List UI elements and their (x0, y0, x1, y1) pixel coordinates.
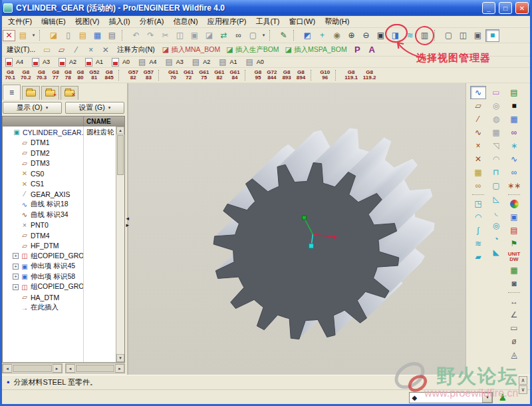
csys-tool[interactable]: ∞ (470, 179, 486, 192)
shaded-icon[interactable]: ■ (485, 29, 499, 42)
hole-tool[interactable]: ◎ (488, 219, 504, 232)
pattern-stars-icon[interactable]: ∗∗ (506, 179, 522, 192)
pdf-a2-button[interactable]: A2 (56, 57, 82, 67)
menu-item[interactable]: 窗口(W) (285, 16, 319, 27)
tree-item-datum[interactable]: ▱DTM3 (3, 158, 83, 169)
mirror-tool[interactable]: ◠ (488, 152, 504, 166)
menu-item[interactable]: 分析(A) (136, 16, 168, 27)
scroll-right-icon[interactable]: ▸ (115, 364, 124, 373)
sketched-curve-tool[interactable]: ∿ (470, 126, 486, 139)
p-edit-icon[interactable]: P (350, 43, 364, 56)
measure-distance-icon[interactable]: ↔ (506, 295, 522, 308)
draft-tool[interactable]: ◺ (488, 192, 504, 206)
balloon-icon[interactable]: ▱ (55, 43, 68, 56)
open-file-icon[interactable]: ▤ (76, 29, 90, 42)
std-part-button[interactable]: G8845 (102, 70, 116, 81)
std-part-button[interactable]: G1096 (318, 70, 332, 81)
unit-dw-icon[interactable]: UNITDW (506, 250, 522, 264)
mapkey-icon[interactable]: ▦ (506, 264, 522, 277)
tree-item-point[interactable]: ×PNT0 (3, 220, 83, 231)
std-part-button[interactable]: G895 (252, 70, 264, 81)
set-directory-icon[interactable]: ◪ (47, 29, 61, 42)
pdf-a0-button[interactable]: A0 (109, 57, 135, 67)
expand-icon[interactable] (13, 264, 19, 270)
scroll-up-icon[interactable]: ▴ (116, 126, 124, 134)
history-tab[interactable]: ✕ (61, 86, 78, 100)
measure-area-icon[interactable]: ▭ (506, 321, 522, 335)
measure-diameter-icon[interactable]: ø (506, 335, 522, 348)
lock-icon[interactable]: ◙ (506, 277, 522, 290)
std-part-button[interactable]: G8894 (294, 70, 307, 81)
round-tool[interactable]: ◔ (488, 232, 504, 246)
tree-item-protrusion[interactable]: ▣伸出项 标识45 (3, 262, 83, 272)
sweep-tool[interactable]: ∫ (470, 224, 486, 237)
knot-icon[interactable]: ∗ (506, 139, 522, 152)
print-a0-button[interactable]: ▤A0 (243, 57, 269, 67)
std-part-button[interactable]: G8893 (280, 70, 293, 81)
datum-point-tool[interactable]: × (470, 139, 486, 152)
centerline-icon[interactable]: ⁄ (69, 43, 83, 56)
a-edit-icon[interactable]: A (365, 43, 379, 56)
appearance-gallery-icon[interactable]: ● (506, 197, 522, 210)
tree-item-insert-here[interactable]: →在此插入 (3, 303, 83, 313)
select-dropdown[interactable]: ▾ (261, 33, 267, 38)
save-icon[interactable]: ▦ (90, 29, 104, 42)
std-part-button[interactable]: G6172 (182, 70, 196, 81)
menu-item[interactable]: 文件(F) (4, 16, 36, 27)
pdf-a1-button[interactable]: A1 (82, 57, 108, 67)
tree-item-group[interactable]: ◫组COPIED_GROUP (3, 251, 83, 262)
tree-item-curve[interactable]: ∿曲线 标识18 (3, 200, 83, 210)
tree-item-group[interactable]: ◫组COPIED_GROUP_1 (3, 282, 83, 293)
model-tree-tab[interactable]: ≡ (3, 85, 21, 100)
corner-tool[interactable]: ◹ (488, 139, 504, 152)
select-box-icon[interactable]: ▢ (246, 29, 260, 42)
std-part-button[interactable]: G6170 (166, 70, 180, 81)
std-part-button[interactable]: G870.1 (3, 70, 18, 81)
use-surface-tool[interactable]: ◎ (488, 99, 504, 112)
menu-item[interactable]: 信息(N) (169, 16, 201, 27)
spin-center-icon[interactable]: + (315, 29, 329, 42)
wireframe-icon[interactable]: ▢ (442, 29, 456, 42)
axis-point-tool[interactable]: ✕ (470, 152, 486, 166)
tree-item-datum[interactable]: ▱DTM1 (3, 138, 83, 148)
tree-item-csys[interactable]: ✕CS1 (3, 179, 83, 190)
tree-item-datum[interactable]: ▱DTM2 (3, 148, 83, 158)
minimize-button[interactable]: _ (482, 2, 495, 14)
insert-mna-bom-button[interactable]: ◪插入MNA_BOM (160, 45, 223, 55)
sketch-tool[interactable]: ▭ (488, 86, 504, 99)
close-button[interactable]: ✕ (515, 2, 529, 14)
redo-icon[interactable]: ↷ (144, 29, 158, 42)
annotation-orientation-button[interactable]: 注释方向(N) (113, 45, 159, 55)
panel-collapse-handle[interactable]: ◂▸ (126, 215, 129, 228)
publish-flag-icon[interactable]: ⚑ (506, 237, 522, 250)
gear-model[interactable] (128, 83, 466, 375)
selection-filter-combo[interactable]: ◆ ▾ (409, 392, 493, 403)
std-part-button[interactable]: G870.2 (19, 70, 34, 81)
hidden-line-icon[interactable]: ◫ (456, 29, 470, 42)
print-icon[interactable]: ▤ (105, 29, 119, 42)
tree-item-datum[interactable]: ▱DTM4 (3, 230, 83, 241)
menu-item[interactable]: 视图(V) (71, 16, 104, 27)
menu-item[interactable]: 编辑(E) (37, 16, 70, 27)
pattern-tool[interactable]: ▦ (488, 126, 504, 139)
tree-item-part[interactable]: ▣CYLINDER_GEAR.PRT (3, 127, 83, 138)
cname-col-scrollbar[interactable]: ◂▸ (65, 363, 126, 373)
std-part-button[interactable]: G5782 (126, 70, 140, 81)
blend-tool[interactable]: ≋ (470, 237, 486, 250)
points-icon[interactable]: × (84, 43, 98, 56)
revolve-tool[interactable]: ◠ (470, 210, 486, 224)
orient-mode-icon[interactable]: ◉ (330, 29, 344, 42)
copy-icon[interactable]: ◫ (173, 29, 187, 42)
print-a2-button[interactable]: ▤A2 (190, 57, 215, 67)
print-a1-button[interactable]: ▤A1 (216, 57, 242, 67)
tree-item-protrusion[interactable]: ▣伸出项 标识58 (3, 272, 83, 282)
menu-item[interactable]: 插入(I) (104, 16, 134, 27)
tree-item-datum[interactable]: ▱HF_DTM (3, 241, 83, 252)
scroll-left-icon[interactable]: ◂ (3, 364, 12, 373)
saved-views-icon[interactable]: ◨ (388, 29, 402, 42)
open-recent-icon[interactable]: ▤ (16, 29, 30, 42)
sketch-plane-tool[interactable]: ◍ (488, 112, 504, 126)
paste-icon[interactable]: ▣ (188, 29, 201, 42)
tree-item-axis[interactable]: ⁄GEAR_AXIS (3, 189, 83, 200)
sketcher-pencil-icon[interactable]: ✎ (277, 29, 291, 42)
